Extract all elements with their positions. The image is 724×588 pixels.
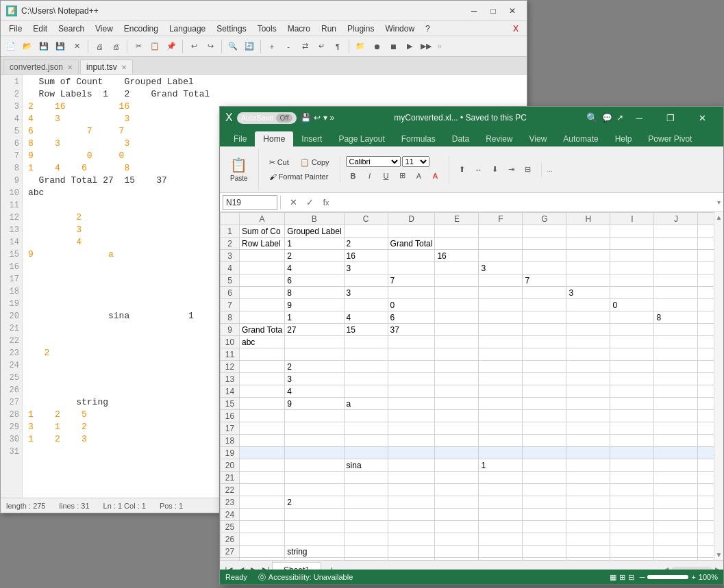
cell-17-D[interactable] xyxy=(388,422,435,435)
cell-25-I[interactable] xyxy=(610,521,654,533)
cell-26-K[interactable] xyxy=(698,533,714,546)
cell-17-J[interactable] xyxy=(654,422,698,435)
toolbar-save[interactable]: 💾 xyxy=(36,39,51,54)
cell-9-I[interactable] xyxy=(610,324,654,336)
row-num-21[interactable]: 21 xyxy=(221,472,240,484)
cell-19-J[interactable] xyxy=(654,447,698,459)
cell-14-J[interactable] xyxy=(654,385,698,398)
cell-19-G[interactable] xyxy=(523,447,566,459)
cell-16-G[interactable] xyxy=(523,410,566,422)
cell-16-C[interactable] xyxy=(344,410,388,422)
row-num-5[interactable]: 5 xyxy=(221,274,240,287)
cell-4-K[interactable] xyxy=(698,262,714,274)
cell-2-E[interactable] xyxy=(435,238,479,250)
row-num-18[interactable]: 18 xyxy=(221,435,240,447)
cell-6-B[interactable]: 8 xyxy=(285,287,344,299)
cell-24-K[interactable] xyxy=(698,509,714,521)
cell-13-E[interactable] xyxy=(435,373,479,385)
cell-22-A[interactable] xyxy=(240,484,285,496)
cell-17-K[interactable] xyxy=(698,422,714,435)
cell-2-I[interactable] xyxy=(610,238,654,250)
menu-view[interactable]: View xyxy=(90,23,118,35)
cell-4-B[interactable]: 4 xyxy=(285,262,344,274)
cell-16-D[interactable] xyxy=(388,410,435,422)
cell-24-A[interactable] xyxy=(240,509,285,521)
cell-14-D[interactable] xyxy=(388,385,435,398)
row-num-19[interactable]: 19 xyxy=(221,447,240,459)
cell-23-G[interactable] xyxy=(523,496,566,509)
cell-2-J[interactable] xyxy=(654,238,698,250)
cell-8-E[interactable] xyxy=(435,311,479,324)
toolbar-sync[interactable]: ⇄ xyxy=(297,39,312,54)
cell-14-K[interactable] xyxy=(698,385,714,398)
toolbar-paste[interactable]: 📌 xyxy=(164,39,179,54)
cell-27-K[interactable] xyxy=(698,546,714,558)
cell-12-B[interactable]: 2 xyxy=(285,361,344,373)
cell-7-G[interactable] xyxy=(523,299,566,311)
cell-7-H[interactable] xyxy=(566,299,610,311)
wrap-text-button[interactable]: ⇥ xyxy=(504,162,519,177)
cell-8-I[interactable] xyxy=(610,311,654,324)
align-middle-button[interactable]: ↔ xyxy=(471,162,486,177)
cell-26-D[interactable] xyxy=(388,533,435,546)
cell-13-G[interactable] xyxy=(523,373,566,385)
cell-3-K[interactable] xyxy=(698,250,714,262)
excel-restore-button[interactable]: ❐ xyxy=(655,107,686,129)
ribbon-tab-help[interactable]: Help xyxy=(607,131,640,146)
merge-button[interactable]: ⊟ xyxy=(521,162,536,177)
cell-4-D[interactable] xyxy=(388,262,435,274)
cell-3-H[interactable] xyxy=(566,250,610,262)
col-header-G[interactable]: G xyxy=(523,213,566,225)
zoom-slider[interactable] xyxy=(647,575,688,579)
undo-dropdown-icon[interactable]: ▾ xyxy=(323,113,327,123)
cell-10-G[interactable] xyxy=(523,336,566,348)
cell-1-K[interactable] xyxy=(698,225,714,238)
excel-grid-scroll[interactable]: ABCDEFGHIJK1Sum of CoGrouped Label2Row L… xyxy=(220,212,714,560)
pagelayout-view-icon[interactable]: ⊞ xyxy=(619,573,625,582)
cell-6-F[interactable] xyxy=(479,287,523,299)
cell-22-G[interactable] xyxy=(523,484,566,496)
cell-20-H[interactable] xyxy=(566,459,610,472)
cell-3-J[interactable] xyxy=(654,250,698,262)
cell-15-G[interactable] xyxy=(523,398,566,410)
more-controls-icon[interactable]: » xyxy=(330,113,335,123)
cell-6-J[interactable] xyxy=(654,287,698,299)
cell-9-D[interactable]: 37 xyxy=(388,324,435,336)
ribbon-tab-home[interactable]: Home xyxy=(255,131,293,146)
cell-27-H[interactable] xyxy=(566,546,610,558)
cell-19-C[interactable] xyxy=(344,447,388,459)
toolbar-find[interactable]: 🔍 xyxy=(225,39,240,54)
cell-8-K[interactable] xyxy=(698,311,714,324)
cell-28-I[interactable] xyxy=(610,558,654,561)
toolbar-print[interactable]: 🖨 xyxy=(92,39,107,54)
menu-settings[interactable]: Settings xyxy=(211,23,251,35)
col-header-F[interactable]: F xyxy=(479,213,523,225)
cell-4-A[interactable] xyxy=(240,262,285,274)
cell-26-B[interactable] xyxy=(285,533,344,546)
toolbar-macro-stop[interactable]: ⏹ xyxy=(386,39,401,54)
cell-18-K[interactable] xyxy=(698,435,714,447)
cell-18-A[interactable] xyxy=(240,435,285,447)
ribbon-tab-file[interactable]: File xyxy=(225,131,255,146)
cell-23-D[interactable] xyxy=(388,496,435,509)
cell-4-G[interactable] xyxy=(523,262,566,274)
cell-13-D[interactable] xyxy=(388,373,435,385)
cell-11-C[interactable] xyxy=(344,348,388,361)
cell-7-D[interactable]: 0 xyxy=(388,299,435,311)
comments-icon[interactable]: 💬 xyxy=(602,113,612,123)
cell-4-F[interactable]: 3 xyxy=(479,262,523,274)
row-num-25[interactable]: 25 xyxy=(221,521,240,533)
cell-9-F[interactable] xyxy=(479,324,523,336)
cell-1-E[interactable] xyxy=(435,225,479,238)
cell-21-H[interactable] xyxy=(566,472,610,484)
cell-22-K[interactable] xyxy=(698,484,714,496)
cell-1-F[interactable] xyxy=(479,225,523,238)
toolbar-zoom-out[interactable]: - xyxy=(281,39,296,54)
cell-3-D[interactable] xyxy=(388,250,435,262)
cell-20-C[interactable]: sina xyxy=(344,459,388,472)
cell-21-A[interactable] xyxy=(240,472,285,484)
cell-13-I[interactable] xyxy=(610,373,654,385)
cell-19-A[interactable] xyxy=(240,447,285,459)
cell-28-F[interactable] xyxy=(479,558,523,561)
vertical-scrollbar[interactable]: ▲ ▼ xyxy=(714,212,723,560)
